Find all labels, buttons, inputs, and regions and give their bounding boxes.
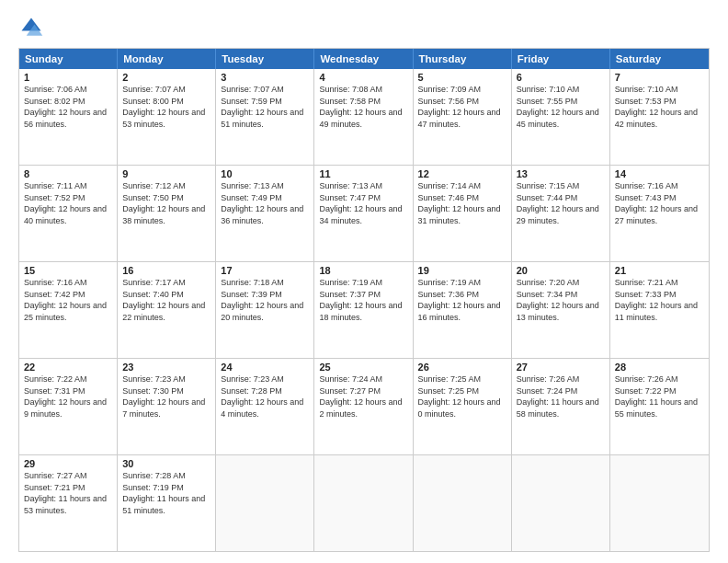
cal-header-wednesday: Wednesday: [314, 49, 413, 69]
cal-cell: 30Sunrise: 7:28 AM Sunset: 7:19 PM Dayli…: [118, 455, 216, 551]
cell-info: Sunrise: 7:09 AM Sunset: 7:56 PM Dayligh…: [418, 84, 506, 130]
cal-cell: 8Sunrise: 7:11 AM Sunset: 7:52 PM Daylig…: [19, 166, 118, 261]
cell-info: Sunrise: 7:21 AM Sunset: 7:33 PM Dayligh…: [615, 277, 704, 323]
cal-cell: [216, 455, 314, 551]
cell-info: Sunrise: 7:19 AM Sunset: 7:37 PM Dayligh…: [319, 277, 407, 323]
cal-header-thursday: Thursday: [414, 49, 512, 69]
day-number: 30: [122, 458, 210, 469]
cal-cell: 20Sunrise: 7:20 AM Sunset: 7:34 PM Dayli…: [512, 262, 610, 358]
cal-cell: 6Sunrise: 7:10 AM Sunset: 7:55 PM Daylig…: [512, 69, 610, 165]
cal-cell: 9Sunrise: 7:12 AM Sunset: 7:50 PM Daylig…: [118, 166, 216, 261]
cal-cell: 18Sunrise: 7:19 AM Sunset: 7:37 PM Dayli…: [314, 262, 413, 358]
cell-info: Sunrise: 7:12 AM Sunset: 7:50 PM Dayligh…: [122, 180, 210, 226]
day-number: 18: [319, 265, 407, 276]
cell-info: Sunrise: 7:07 AM Sunset: 8:00 PM Dayligh…: [122, 84, 210, 130]
header: [18, 15, 710, 40]
cal-cell: 7Sunrise: 7:10 AM Sunset: 7:53 PM Daylig…: [610, 69, 709, 165]
cal-cell: 4Sunrise: 7:08 AM Sunset: 7:58 PM Daylig…: [314, 69, 413, 165]
day-number: 1: [24, 72, 112, 83]
day-number: 2: [122, 72, 210, 83]
cell-info: Sunrise: 7:07 AM Sunset: 7:59 PM Dayligh…: [221, 84, 309, 130]
cal-cell: 12Sunrise: 7:14 AM Sunset: 7:46 PM Dayli…: [414, 166, 512, 261]
cal-week-4: 29Sunrise: 7:27 AM Sunset: 7:21 PM Dayli…: [19, 455, 709, 551]
cal-cell: 29Sunrise: 7:27 AM Sunset: 7:21 PM Dayli…: [19, 455, 118, 551]
cal-week-0: 1Sunrise: 7:06 AM Sunset: 8:02 PM Daylig…: [19, 69, 709, 166]
cell-info: Sunrise: 7:20 AM Sunset: 7:34 PM Dayligh…: [517, 277, 605, 323]
cell-info: Sunrise: 7:26 AM Sunset: 7:24 PM Dayligh…: [517, 373, 605, 419]
cell-info: Sunrise: 7:10 AM Sunset: 7:53 PM Dayligh…: [615, 84, 704, 130]
day-number: 4: [319, 72, 407, 83]
cal-cell: 27Sunrise: 7:26 AM Sunset: 7:24 PM Dayli…: [512, 359, 610, 454]
cell-info: Sunrise: 7:24 AM Sunset: 7:27 PM Dayligh…: [319, 373, 407, 419]
cal-cell: [414, 455, 512, 551]
day-number: 16: [122, 265, 210, 276]
cal-header-friday: Friday: [512, 49, 610, 69]
cal-cell: [314, 455, 413, 551]
cal-cell: 24Sunrise: 7:23 AM Sunset: 7:28 PM Dayli…: [216, 359, 314, 454]
day-number: 8: [24, 168, 112, 179]
day-number: 10: [221, 168, 309, 179]
cal-header-tuesday: Tuesday: [216, 49, 314, 69]
cell-info: Sunrise: 7:13 AM Sunset: 7:47 PM Dayligh…: [319, 180, 407, 226]
day-number: 21: [615, 265, 704, 276]
day-number: 26: [418, 362, 506, 373]
cal-cell: 10Sunrise: 7:13 AM Sunset: 7:49 PM Dayli…: [216, 166, 314, 261]
cal-week-3: 22Sunrise: 7:22 AM Sunset: 7:31 PM Dayli…: [19, 359, 709, 455]
cal-cell: 15Sunrise: 7:16 AM Sunset: 7:42 PM Dayli…: [19, 262, 118, 358]
cell-info: Sunrise: 7:23 AM Sunset: 7:30 PM Dayligh…: [122, 373, 210, 419]
cell-info: Sunrise: 7:23 AM Sunset: 7:28 PM Dayligh…: [221, 373, 309, 419]
cell-info: Sunrise: 7:15 AM Sunset: 7:44 PM Dayligh…: [517, 180, 605, 226]
day-number: 12: [418, 168, 506, 179]
cal-cell: 17Sunrise: 7:18 AM Sunset: 7:39 PM Dayli…: [216, 262, 314, 358]
day-number: 25: [319, 362, 407, 373]
day-number: 29: [24, 458, 112, 469]
logo-icon: [18, 15, 44, 40]
calendar-body: 1Sunrise: 7:06 AM Sunset: 8:02 PM Daylig…: [19, 69, 709, 551]
cell-info: Sunrise: 7:10 AM Sunset: 7:55 PM Dayligh…: [517, 84, 605, 130]
day-number: 5: [418, 72, 506, 83]
page: SundayMondayTuesdayWednesdayThursdayFrid…: [0, 0, 728, 563]
cell-info: Sunrise: 7:06 AM Sunset: 8:02 PM Dayligh…: [24, 84, 112, 130]
cal-cell: 11Sunrise: 7:13 AM Sunset: 7:47 PM Dayli…: [314, 166, 413, 261]
cell-info: Sunrise: 7:14 AM Sunset: 7:46 PM Dayligh…: [418, 180, 506, 226]
day-number: 24: [221, 362, 309, 373]
cal-cell: 3Sunrise: 7:07 AM Sunset: 7:59 PM Daylig…: [216, 69, 314, 165]
cal-cell: 28Sunrise: 7:26 AM Sunset: 7:22 PM Dayli…: [610, 359, 709, 454]
cal-cell: 1Sunrise: 7:06 AM Sunset: 8:02 PM Daylig…: [19, 69, 118, 165]
day-number: 7: [615, 72, 704, 83]
day-number: 11: [319, 168, 407, 179]
day-number: 20: [517, 265, 605, 276]
cal-cell: 13Sunrise: 7:15 AM Sunset: 7:44 PM Dayli…: [512, 166, 610, 261]
cal-cell: 2Sunrise: 7:07 AM Sunset: 8:00 PM Daylig…: [118, 69, 216, 165]
day-number: 15: [24, 265, 112, 276]
cell-info: Sunrise: 7:18 AM Sunset: 7:39 PM Dayligh…: [221, 277, 309, 323]
cal-header-sunday: Sunday: [19, 49, 118, 69]
cell-info: Sunrise: 7:16 AM Sunset: 7:42 PM Dayligh…: [24, 277, 112, 323]
day-number: 27: [517, 362, 605, 373]
cell-info: Sunrise: 7:16 AM Sunset: 7:43 PM Dayligh…: [615, 180, 704, 226]
cal-cell: 26Sunrise: 7:25 AM Sunset: 7:25 PM Dayli…: [414, 359, 512, 454]
cell-info: Sunrise: 7:28 AM Sunset: 7:19 PM Dayligh…: [122, 470, 210, 516]
day-number: 28: [615, 362, 704, 373]
calendar-header: SundayMondayTuesdayWednesdayThursdayFrid…: [19, 49, 709, 69]
cal-cell: 16Sunrise: 7:17 AM Sunset: 7:40 PM Dayli…: [118, 262, 216, 358]
cal-cell: 19Sunrise: 7:19 AM Sunset: 7:36 PM Dayli…: [414, 262, 512, 358]
cell-info: Sunrise: 7:08 AM Sunset: 7:58 PM Dayligh…: [319, 84, 407, 130]
day-number: 13: [517, 168, 605, 179]
cell-info: Sunrise: 7:25 AM Sunset: 7:25 PM Dayligh…: [418, 373, 506, 419]
cal-cell: [512, 455, 610, 551]
day-number: 22: [24, 362, 112, 373]
cell-info: Sunrise: 7:26 AM Sunset: 7:22 PM Dayligh…: [615, 373, 704, 419]
day-number: 23: [122, 362, 210, 373]
cell-info: Sunrise: 7:19 AM Sunset: 7:36 PM Dayligh…: [418, 277, 506, 323]
day-number: 9: [122, 168, 210, 179]
cal-cell: 25Sunrise: 7:24 AM Sunset: 7:27 PM Dayli…: [314, 359, 413, 454]
day-number: 6: [517, 72, 605, 83]
cal-cell: 23Sunrise: 7:23 AM Sunset: 7:30 PM Dayli…: [118, 359, 216, 454]
cell-info: Sunrise: 7:27 AM Sunset: 7:21 PM Dayligh…: [24, 470, 112, 516]
cell-info: Sunrise: 7:13 AM Sunset: 7:49 PM Dayligh…: [221, 180, 309, 226]
day-number: 19: [418, 265, 506, 276]
cell-info: Sunrise: 7:22 AM Sunset: 7:31 PM Dayligh…: [24, 373, 112, 419]
cell-info: Sunrise: 7:11 AM Sunset: 7:52 PM Dayligh…: [24, 180, 112, 226]
cal-week-1: 8Sunrise: 7:11 AM Sunset: 7:52 PM Daylig…: [19, 166, 709, 262]
